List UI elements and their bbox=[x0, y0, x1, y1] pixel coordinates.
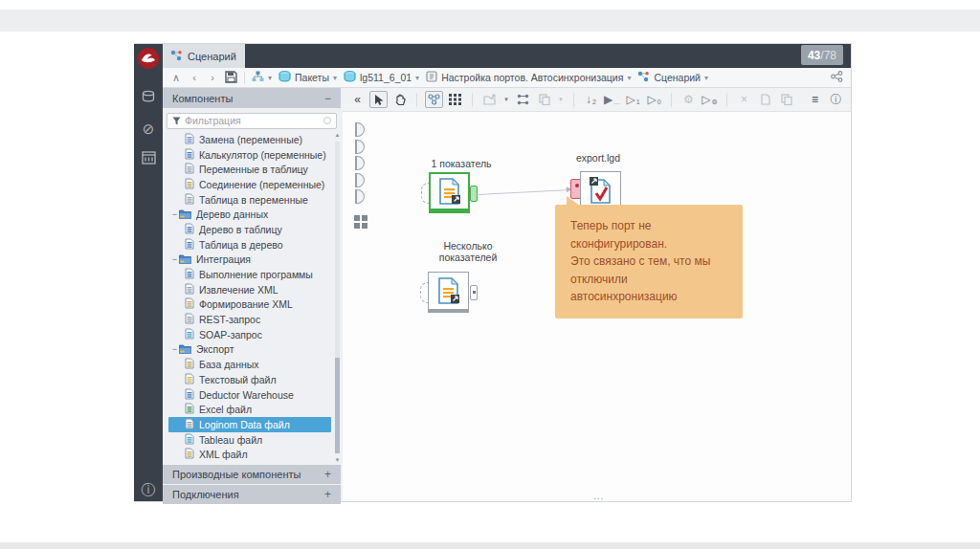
tree-item[interactable]: Таблица в дерево bbox=[168, 237, 331, 253]
nav-up-button[interactable]: ∧ bbox=[170, 72, 182, 84]
chevron-down-icon[interactable]: ▾ bbox=[627, 74, 631, 82]
packages-icon[interactable] bbox=[134, 86, 163, 107]
scenario-input-port[interactable] bbox=[355, 189, 365, 204]
settings-gear-icon[interactable]: ⚙ bbox=[679, 91, 698, 108]
run-to-node-icon[interactable]: ↓2 bbox=[582, 91, 600, 108]
multi-output-port[interactable] bbox=[470, 285, 478, 300]
collapse-panel-icon[interactable]: « bbox=[348, 91, 367, 108]
chevron-down-icon[interactable]: ▾ bbox=[333, 74, 337, 82]
new-page-icon[interactable] bbox=[756, 91, 774, 108]
duplicate-icon[interactable] bbox=[777, 91, 795, 108]
tree-item[interactable]: SOAP-запрос bbox=[168, 327, 331, 342]
breadcrumb-item[interactable]: Пакеты▾ bbox=[278, 71, 337, 84]
expand-icon[interactable]: + bbox=[324, 488, 331, 501]
list-view-icon[interactable] bbox=[446, 91, 464, 108]
node1[interactable] bbox=[429, 172, 470, 213]
nav-forward-button[interactable]: › bbox=[207, 72, 218, 83]
tree-item[interactable]: −Дерево данных bbox=[168, 207, 331, 222]
clear-filter-icon[interactable] bbox=[323, 117, 331, 124]
tree-item[interactable]: Deductor Warehouse bbox=[168, 387, 331, 403]
loginom-logo-icon[interactable] bbox=[136, 46, 161, 71]
chevron-down-icon[interactable]: ▾ bbox=[415, 74, 419, 82]
breadcrumb-item[interactable]: Сценарий▾ bbox=[637, 71, 708, 84]
navigation-icon[interactable]: ⊘ bbox=[134, 119, 163, 140]
scenario-canvas[interactable]: 1 показатель export.lgd bbox=[343, 112, 851, 501]
tree-item[interactable]: Таблица в переменные bbox=[168, 192, 331, 208]
chevron-down-icon[interactable]: ▾ bbox=[556, 91, 566, 108]
funnel-icon bbox=[172, 112, 181, 129]
connection-line[interactable] bbox=[479, 189, 571, 195]
reports-icon[interactable] bbox=[134, 147, 163, 168]
chevron-down-icon[interactable]: ▾ bbox=[268, 74, 272, 82]
scroll-down-icon[interactable]: ▼ bbox=[334, 457, 341, 463]
cursor-icon[interactable] bbox=[369, 91, 388, 108]
open-node-icon[interactable] bbox=[480, 91, 499, 108]
collapse-icon[interactable]: − bbox=[324, 92, 331, 105]
canvas-splitter-dots[interactable]: ... bbox=[593, 491, 604, 501]
tree-item[interactable]: Соединение (переменные) bbox=[168, 177, 331, 192]
node1-input-port[interactable] bbox=[421, 183, 429, 204]
tab-scenario[interactable]: Сценарий bbox=[163, 44, 245, 68]
section-derived-components[interactable]: Производные компоненты + bbox=[163, 465, 341, 484]
component-icon bbox=[185, 133, 194, 146]
collapse-expander[interactable]: − bbox=[170, 254, 179, 264]
tree-item[interactable]: Формирование XML bbox=[168, 297, 331, 313]
breadcrumb-item[interactable]: lg511_6_01▾ bbox=[344, 71, 419, 84]
tree-item[interactable]: −Интеграция bbox=[168, 253, 331, 268]
chevron-down-icon[interactable]: ▾ bbox=[704, 74, 708, 82]
tree-scrollbar[interactable]: ▲ ▼ bbox=[334, 132, 341, 463]
tree-item[interactable]: Извлечение XML bbox=[168, 282, 331, 297]
delete-node-icon[interactable]: × bbox=[735, 91, 753, 108]
breadcrumb-bar: ∧ ‹ › ▾Пакеты▾lg511_6_01▾Настройка порто… bbox=[163, 68, 851, 88]
save-icon[interactable] bbox=[225, 71, 237, 85]
tree-item[interactable]: Дерево в таблицу bbox=[168, 222, 331, 237]
tree-item[interactable]: Замена (переменные) bbox=[168, 132, 331, 147]
run-selected-icon[interactable]: ▶… bbox=[603, 91, 621, 108]
collapse-expander[interactable]: − bbox=[170, 344, 179, 354]
tree-item[interactable]: −Экспорт bbox=[168, 342, 331, 358]
info-icon[interactable]: ⓘ bbox=[827, 91, 845, 108]
chevron-down-icon[interactable]: ▾ bbox=[501, 91, 511, 108]
page-total: 78 bbox=[824, 49, 836, 62]
tree-item[interactable]: Переменные в таблицу bbox=[168, 162, 331, 177]
info-icon[interactable]: ⓘ bbox=[134, 479, 163, 500]
node1-output-port[interactable] bbox=[470, 186, 478, 202]
variables-port-icon[interactable] bbox=[354, 215, 368, 229]
hand-icon[interactable] bbox=[390, 91, 409, 108]
tab-label: Сценарий bbox=[188, 51, 236, 62]
scroll-up-icon[interactable]: ▲ bbox=[334, 132, 341, 138]
breadcrumb-item[interactable]: ▾ bbox=[252, 71, 272, 84]
component-icon bbox=[185, 358, 194, 371]
tree-item[interactable]: Excel файл bbox=[168, 402, 331, 417]
scenario-input-port[interactable] bbox=[355, 122, 365, 137]
breadcrumb-item[interactable]: Настройка портов. Автосинхронизация▾ bbox=[426, 71, 631, 84]
tree-item[interactable]: Выполнение программы bbox=[168, 267, 331, 282]
section-connections[interactable]: Подключения + bbox=[163, 485, 341, 504]
expand-icon[interactable]: + bbox=[324, 468, 331, 481]
menu-icon[interactable]: ≡ bbox=[806, 91, 824, 108]
filter-input[interactable] bbox=[185, 115, 320, 126]
tree-item[interactable]: REST-запрос bbox=[168, 312, 331, 327]
share-icon[interactable] bbox=[831, 71, 843, 84]
tree-item-selected[interactable]: Loginom Data файл bbox=[168, 417, 331, 432]
tree-item[interactable]: База данных bbox=[168, 357, 331, 372]
run-settings-icon[interactable]: ▷⚙ bbox=[701, 91, 719, 108]
tree-item[interactable]: XML файл bbox=[168, 447, 331, 462]
scrollbar-thumb[interactable] bbox=[335, 358, 340, 453]
tree-item[interactable]: Tableau файл bbox=[168, 432, 331, 448]
tree-item[interactable]: Калькулятор (переменные) bbox=[168, 147, 331, 163]
copy-node-icon[interactable] bbox=[535, 91, 553, 108]
nav-back-button[interactable]: ‹ bbox=[189, 72, 200, 83]
scenario-input-port[interactable] bbox=[355, 156, 365, 170]
scenario-input-port[interactable] bbox=[355, 173, 365, 187]
run-zero-icon[interactable]: ▷0 bbox=[645, 91, 663, 108]
tree-item[interactable]: Текстовый файл bbox=[168, 372, 331, 387]
components-header[interactable]: Компоненты − bbox=[163, 88, 341, 108]
run-one-icon[interactable]: ▷1 bbox=[624, 91, 642, 108]
collapse-expander[interactable]: − bbox=[170, 209, 179, 219]
multi-input-port[interactable] bbox=[420, 282, 428, 303]
configure-ports-icon[interactable] bbox=[514, 91, 532, 108]
scenario-view-icon[interactable] bbox=[425, 91, 443, 108]
multi-node[interactable] bbox=[428, 272, 469, 313]
scenario-input-port[interactable] bbox=[355, 140, 365, 154]
